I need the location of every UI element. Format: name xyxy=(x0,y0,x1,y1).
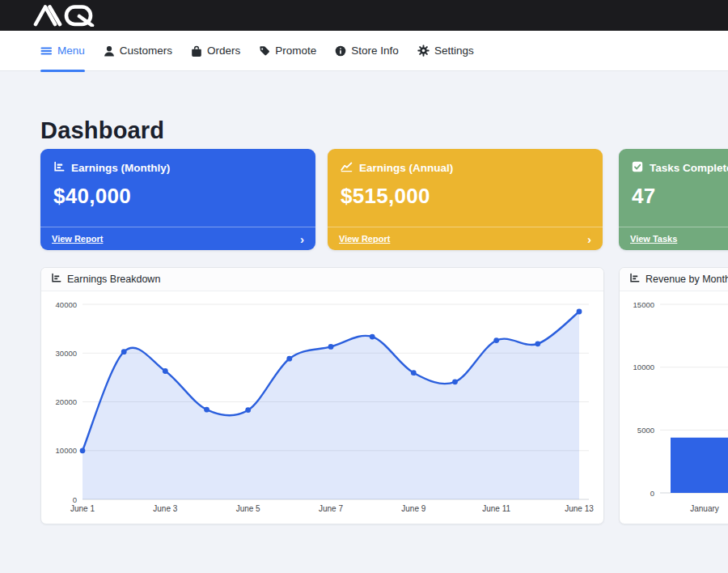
hamburger-icon xyxy=(40,45,53,57)
stat-card-value: $515,000 xyxy=(328,175,603,209)
svg-text:10000: 10000 xyxy=(56,446,77,455)
revenue-by-month-card: Revenue by Month 050001000015000January xyxy=(619,267,728,524)
stat-card-title: Earnings (Annual) xyxy=(359,162,453,174)
bag-icon xyxy=(191,45,202,57)
stat-card-earnings-annual: Earnings (Annual) $515,000 View Report › xyxy=(328,149,603,250)
revenue-by-month-bar-chart: 050001000015000January xyxy=(620,291,728,524)
svg-text:20000: 20000 xyxy=(56,397,77,406)
svg-text:0: 0 xyxy=(650,489,654,498)
earnings-breakdown-line-chart: 010000200003000040000June 1June 3June 5J… xyxy=(41,291,603,524)
nav-item-label: Menu xyxy=(57,45,85,57)
bar-chart-icon xyxy=(51,273,61,286)
svg-text:June 11: June 11 xyxy=(482,504,510,513)
brand-logo-icon[interactable] xyxy=(32,4,110,27)
gear-icon xyxy=(417,45,430,57)
active-tab-underline xyxy=(40,70,85,72)
svg-text:June 7: June 7 xyxy=(319,504,343,513)
chevron-right-icon: › xyxy=(587,233,591,245)
nav-item-label: Store Info xyxy=(351,45,399,57)
nav-item-label: Promote xyxy=(275,45,316,57)
view-report-link[interactable]: View Report xyxy=(52,234,103,244)
main-nav: Menu Customers Orders xyxy=(0,31,728,71)
nav-item-customers[interactable]: Customers xyxy=(104,31,172,70)
stat-card-tasks-completed: Tasks Completed 47 View Tasks › xyxy=(619,149,728,250)
chart-title: Revenue by Month xyxy=(645,274,728,285)
bar-chart-icon xyxy=(629,273,640,286)
nav-item-promote[interactable]: Promote xyxy=(259,31,316,70)
page-title: Dashboard xyxy=(40,117,164,144)
svg-text:15000: 15000 xyxy=(633,300,654,309)
check-square-icon xyxy=(632,161,643,175)
svg-text:40000: 40000 xyxy=(56,300,77,309)
chart-title: Earnings Breakdown xyxy=(67,274,160,285)
svg-text:30000: 30000 xyxy=(56,349,77,358)
stat-card-value: 47 xyxy=(619,175,728,209)
chevron-right-icon: › xyxy=(300,233,304,245)
nav-item-label: Settings xyxy=(434,45,474,57)
view-report-link[interactable]: View Report xyxy=(339,234,390,244)
svg-text:0: 0 xyxy=(73,495,77,504)
svg-text:June 3: June 3 xyxy=(153,504,177,513)
svg-text:10000: 10000 xyxy=(633,363,654,371)
svg-text:June 1: June 1 xyxy=(70,504,95,513)
nav-item-menu[interactable]: Menu xyxy=(40,31,85,70)
top-app-bar xyxy=(0,0,728,31)
info-icon xyxy=(335,45,346,57)
tag-icon xyxy=(259,45,270,57)
stat-card-title: Earnings (Monthly) xyxy=(71,162,170,174)
nav-item-orders[interactable]: Orders xyxy=(191,31,240,70)
svg-text:5000: 5000 xyxy=(637,426,654,435)
svg-text:June 9: June 9 xyxy=(401,504,425,513)
nav-item-settings[interactable]: Settings xyxy=(417,31,474,70)
svg-text:January: January xyxy=(690,504,719,513)
dashboard-page: Menu Customers Orders xyxy=(0,0,728,573)
svg-text:June 5: June 5 xyxy=(236,504,260,513)
nav-item-store-info[interactable]: Store Info xyxy=(335,31,399,70)
line-chart-icon xyxy=(341,161,353,175)
nav-item-label: Orders xyxy=(207,45,240,57)
person-icon xyxy=(104,45,115,57)
view-tasks-link[interactable]: View Tasks xyxy=(630,234,677,244)
nav-item-label: Customers xyxy=(120,45,172,57)
stat-card-value: $40,000 xyxy=(40,175,315,209)
svg-text:June 13: June 13 xyxy=(565,504,594,513)
earnings-breakdown-card: Earnings Breakdown 010000200003000040000… xyxy=(40,267,604,524)
stat-card-earnings-monthly: Earnings (Monthly) $40,000 View Report › xyxy=(40,149,315,250)
stat-card-title: Tasks Completed xyxy=(650,162,728,174)
bar-chart-icon xyxy=(53,161,65,175)
